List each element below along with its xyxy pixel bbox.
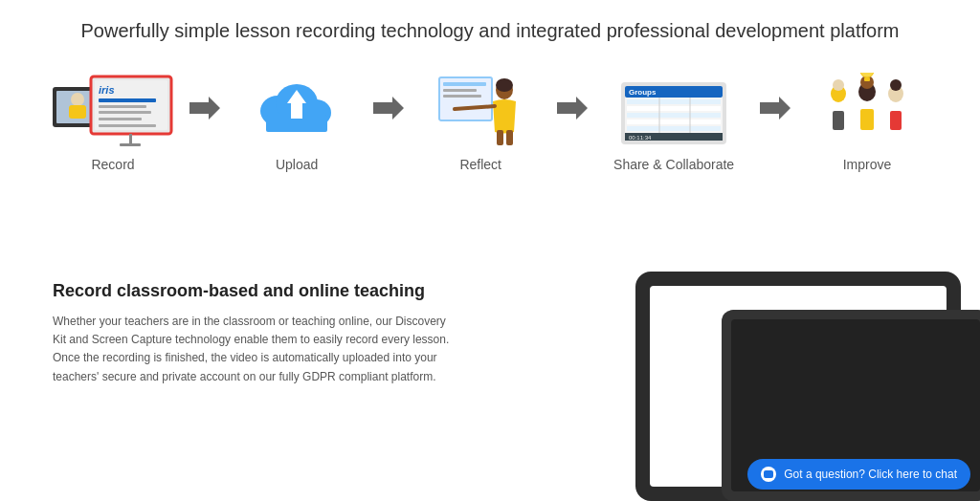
share-icon-svg: Groups 00:11:34 [612, 73, 736, 149]
arrow-2 [373, 96, 404, 150]
svg-rect-39 [627, 126, 721, 131]
svg-text:iris: iris [99, 84, 115, 96]
workflow-step-reflect: Reflect [406, 73, 555, 172]
share-step-icon: Groups 00:11:34 [612, 73, 736, 149]
svg-point-2 [71, 93, 84, 106]
svg-rect-23 [443, 89, 477, 92]
chat-label: Got a question? Click here to chat [784, 468, 957, 481]
svg-marker-30 [557, 97, 588, 120]
svg-rect-3 [69, 105, 86, 119]
svg-point-46 [833, 79, 844, 91]
svg-rect-50 [860, 109, 874, 130]
svg-rect-29 [506, 130, 513, 145]
bottom-body: Whether your teachers are in the classro… [53, 313, 450, 386]
workflow-section: iris Record [0, 54, 980, 177]
record-step-icon: iris [51, 73, 175, 149]
svg-point-54 [860, 73, 874, 77]
record-icon-svg: iris [51, 73, 175, 149]
reflect-icon-svg [437, 73, 523, 149]
share-label: Share & Collaborate [613, 157, 734, 172]
workflow-step-share: Groups 00:11:34 Share & Collaborate [590, 73, 758, 172]
svg-rect-28 [497, 130, 503, 145]
chat-widget[interactable]: Got a question? Click here to chat [747, 459, 970, 490]
svg-rect-10 [99, 118, 142, 120]
svg-marker-14 [189, 97, 220, 120]
svg-text:Groups: Groups [629, 88, 657, 97]
upload-label: Upload [276, 157, 318, 172]
svg-rect-38 [627, 120, 721, 124]
improve-icon-svg [819, 73, 915, 149]
workflow-step-record: iris Record [38, 73, 188, 172]
svg-rect-12 [129, 134, 132, 143]
svg-rect-8 [99, 105, 146, 108]
svg-rect-24 [443, 95, 481, 98]
svg-rect-9 [99, 111, 151, 114]
arrow-3 [557, 96, 588, 150]
workflow-step-upload: Upload [222, 73, 371, 172]
chat-icon [761, 467, 776, 482]
arrow-1 [189, 96, 220, 150]
main-title: Powerfully simple lesson recording techn… [77, 17, 903, 44]
improve-label: Improve [843, 157, 892, 172]
upload-icon-svg [249, 73, 345, 149]
record-label: Record [91, 157, 134, 172]
reflect-step-icon [418, 73, 543, 149]
svg-marker-44 [760, 97, 791, 120]
svg-point-52 [890, 79, 902, 91]
workflow-step-improve: Improve [792, 73, 942, 172]
svg-rect-7 [99, 98, 156, 102]
svg-rect-53 [890, 111, 902, 130]
svg-rect-36 [627, 106, 721, 111]
svg-point-26 [496, 78, 513, 92]
svg-rect-11 [99, 124, 156, 127]
bottom-title: Record classroom-based and online teachi… [53, 281, 450, 301]
page-wrapper: Powerfully simple lesson recording techn… [0, 0, 980, 501]
svg-rect-35 [627, 99, 721, 104]
svg-rect-47 [833, 111, 844, 130]
svg-rect-55 [864, 77, 870, 81]
improve-step-icon [805, 73, 929, 149]
svg-marker-20 [373, 97, 404, 120]
upload-step-icon [234, 73, 359, 149]
arrow-4 [760, 96, 791, 150]
svg-rect-13 [120, 143, 141, 146]
svg-rect-22 [443, 82, 486, 86]
chat-icon-bubble [764, 470, 773, 478]
bottom-left-content: Record classroom-based and online teachi… [0, 262, 498, 501]
header-section: Powerfully simple lesson recording techn… [0, 0, 980, 54]
reflect-label: Reflect [459, 157, 501, 172]
svg-text:00:11:34: 00:11:34 [629, 135, 652, 141]
svg-rect-37 [627, 113, 721, 118]
